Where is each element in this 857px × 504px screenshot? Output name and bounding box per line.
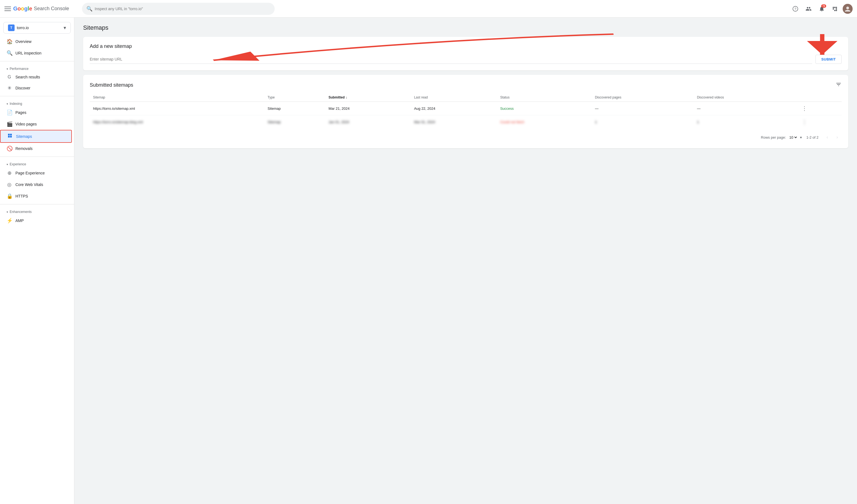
row-menu-button[interactable]: ⋮ [801, 104, 808, 112]
collapse-arrow-indexing: ▾ [6, 102, 8, 105]
page-experience-icon: ⊕ [6, 170, 12, 176]
experience-section[interactable]: ▾ Experience [0, 159, 74, 167]
sitemaps-icon [7, 133, 13, 139]
cell-discovered-pages: 1 [592, 115, 694, 129]
cell-status: Could not fetch [497, 115, 591, 129]
video-icon: 🎬 [6, 121, 12, 127]
topbar-left: Google Search Console [4, 5, 79, 12]
sidebar-item-discover[interactable]: ✳ Discover [0, 82, 72, 94]
avatar-image [843, 4, 853, 14]
rows-per-page-select[interactable]: 10 25 50 [788, 135, 798, 140]
search-icon: 🔍 [86, 6, 93, 12]
sitemap-url-input[interactable] [90, 55, 812, 64]
product-name: Search Console [34, 6, 69, 12]
next-page-button[interactable]: › [833, 133, 842, 142]
sidebar-item-amp-label: AMP [15, 219, 24, 223]
svg-text:?: ? [794, 7, 796, 11]
core-web-vitals-icon: ◎ [6, 181, 12, 188]
home-icon: 🏠 [6, 38, 12, 45]
menu-icon[interactable] [4, 5, 11, 12]
apps-button[interactable] [829, 3, 840, 14]
submitted-sitemaps-table: Sitemap Type Submitted ↓ Last read Statu… [90, 93, 842, 128]
sidebar-item-video-pages[interactable]: 🎬 Video pages [0, 118, 72, 130]
chevron-rows-icon: ▾ [800, 135, 802, 139]
col-actions [797, 93, 842, 102]
submit-button[interactable]: SUBMIT [816, 55, 842, 64]
search-console-training-button[interactable] [803, 3, 814, 14]
removals-icon: 🚫 [6, 145, 12, 152]
cell-discovered-videos: 1 [693, 115, 797, 129]
sidebar-item-search-results[interactable]: G Search results [0, 72, 72, 82]
main-content: Sitemaps Add a new sitemap SUBMIT Submit… [74, 18, 857, 504]
table-row: https://torro.io/sitemap.xml Sitemap Mar… [90, 102, 842, 115]
col-discovered-pages: Discovered pages [592, 93, 694, 102]
sidebar: T torro.io ▾ 🏠 Overview 🔍 URL inspection… [0, 18, 74, 504]
sidebar-item-core-web-vitals-label: Core Web Vitals [15, 183, 43, 187]
submitted-sitemaps-card: Submitted sitemaps Sitemap Type Submitte… [83, 75, 848, 148]
cell-submitted: Jan 01, 2024 [325, 115, 411, 129]
sidebar-item-sitemaps[interactable]: Sitemaps [0, 130, 72, 143]
notifications-button[interactable]: 78 [816, 3, 827, 14]
add-sitemap-row: SUBMIT [90, 55, 842, 64]
table-row: https://torro.io/sitemap-blog.xml Sitema… [90, 115, 842, 129]
collapse-arrow-performance: ▾ [6, 67, 8, 70]
enhancements-section-label: Enhancements [10, 210, 32, 214]
indexing-section[interactable]: ▾ Indexing [0, 99, 74, 107]
sidebar-item-core-web-vitals[interactable]: ◎ Core Web Vitals [0, 179, 72, 190]
row-menu-button[interactable]: ⋮ [801, 118, 808, 126]
sidebar-item-https[interactable]: 🔒 HTTPS [0, 190, 72, 202]
col-submitted[interactable]: Submitted ↓ [325, 93, 411, 102]
url-inspection-input[interactable] [95, 6, 270, 11]
col-last-read: Last read [410, 93, 497, 102]
site-selector[interactable]: T torro.io ▾ [3, 22, 71, 34]
cell-sitemap: https://torro.io/sitemap-blog.xml [90, 115, 264, 129]
enhancements-section[interactable]: ▾ Enhancements [0, 207, 74, 215]
asterisk-icon: ✳ [6, 85, 12, 91]
sort-arrow-icon: ↓ [346, 95, 347, 99]
logo-e: e [29, 5, 32, 12]
cell-type: Sitemap [264, 102, 325, 115]
pagination: Rows per page: 10 25 50 ▾ 1-2 of 2 ‹ › [90, 133, 842, 142]
notification-badge: 78 [821, 4, 826, 8]
site-favicon: T [8, 24, 15, 31]
filter-icon[interactable] [836, 82, 842, 89]
sidebar-item-video-pages-label: Video pages [15, 122, 37, 126]
cell-last-read: Aug 22, 2024 [410, 102, 497, 115]
submitted-sitemaps-header: Submitted sitemaps [90, 82, 842, 89]
col-type: Type [264, 93, 325, 102]
sidebar-item-pages[interactable]: 📄 Pages [0, 107, 72, 118]
pages-icon: 📄 [6, 109, 12, 116]
rows-per-page-label: Rows per page: [761, 135, 786, 139]
site-name: torro.io [17, 25, 61, 30]
logo-g2: g [24, 5, 28, 12]
sidebar-item-amp[interactable]: ⚡ AMP [0, 215, 72, 226]
lock-icon: 🔒 [6, 193, 12, 199]
help-button[interactable]: ? [790, 3, 801, 14]
sidebar-item-page-experience[interactable]: ⊕ Page Experience [0, 167, 72, 179]
chart-icon: G [6, 74, 12, 80]
sidebar-item-overview[interactable]: 🏠 Overview [0, 36, 72, 47]
logo-g: G [13, 5, 18, 12]
performance-section-label: Performance [10, 67, 29, 71]
avatar[interactable] [843, 4, 853, 14]
amp-icon: ⚡ [6, 218, 12, 224]
prev-page-button[interactable]: ‹ [823, 133, 832, 142]
search-bar-inner[interactable]: 🔍 [82, 3, 275, 15]
submitted-sitemaps-title: Submitted sitemaps [90, 82, 133, 88]
add-sitemap-card: Add a new sitemap SUBMIT [83, 37, 848, 70]
divider-1 [0, 61, 74, 62]
indexing-section-label: Indexing [10, 102, 22, 106]
sidebar-item-url-inspection[interactable]: 🔍 URL inspection [0, 47, 72, 59]
performance-section[interactable]: ▾ Performance [0, 64, 74, 72]
page-info: 1-2 of 2 [806, 135, 819, 139]
rows-per-page: Rows per page: 10 25 50 ▾ [761, 135, 802, 140]
sidebar-item-discover-label: Discover [15, 86, 30, 90]
col-discovered-videos: Discovered videos [693, 93, 797, 102]
sidebar-item-removals[interactable]: 🚫 Removals [0, 143, 72, 154]
cell-last-read: Mar 01, 2024 [410, 115, 497, 129]
users-icon [806, 6, 811, 12]
logo-o2: o [21, 5, 24, 12]
cell-actions[interactable]: ⋮ [797, 102, 842, 115]
cell-actions[interactable]: ⋮ [797, 115, 842, 129]
sidebar-item-sitemaps-label: Sitemaps [16, 134, 32, 139]
